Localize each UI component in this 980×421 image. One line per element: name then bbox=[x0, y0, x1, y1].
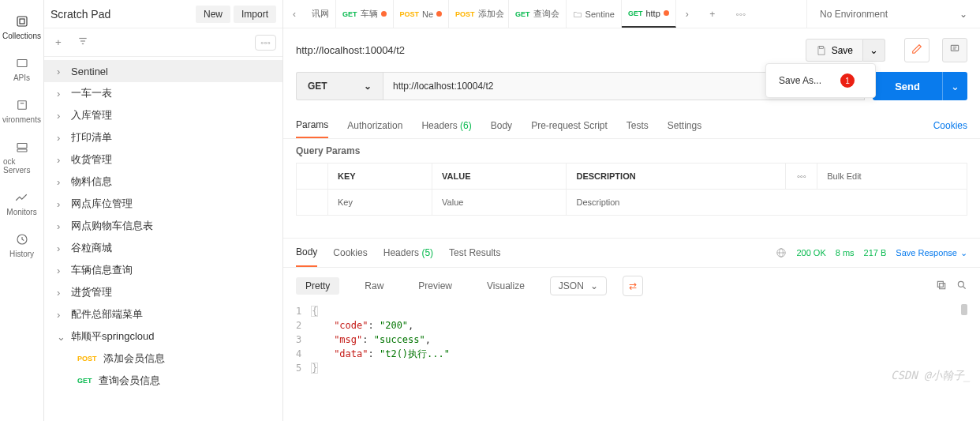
tab-item[interactable]: POSTNe bbox=[394, 0, 450, 28]
json-code[interactable]: { "code": "200", "msg": "success", "data… bbox=[311, 304, 450, 375]
tab-label: 添加会 bbox=[478, 8, 504, 20]
tree-item[interactable]: ›车辆信息查询 bbox=[44, 259, 282, 281]
tree-item[interactable]: ›收货管理 bbox=[44, 148, 282, 171]
tree-item[interactable]: ›一车一表 bbox=[44, 82, 282, 104]
tab-item[interactable]: GET查询会 bbox=[509, 0, 567, 28]
save-label: Save bbox=[832, 45, 853, 56]
tree-label: Sentinel bbox=[71, 66, 108, 77]
comment-icon bbox=[949, 43, 960, 55]
tree-label: 入库管理 bbox=[71, 108, 112, 122]
svg-point-20 bbox=[958, 281, 963, 287]
nav-label: Monitors bbox=[6, 208, 36, 216]
resp-tab-body[interactable]: Body bbox=[296, 239, 317, 267]
filter-icon[interactable] bbox=[73, 31, 93, 54]
tree-label: 添加会员信息 bbox=[103, 351, 165, 366]
tab-item[interactable]: 讯网 bbox=[305, 0, 336, 28]
status-code: 200 OK bbox=[796, 248, 825, 257]
nav-apis[interactable]: APIs bbox=[10, 48, 33, 90]
params-table: KEY VALUE DESCRIPTION ◦◦◦ Bulk Edit Key … bbox=[296, 163, 967, 216]
svg-rect-5 bbox=[17, 144, 27, 148]
nav-collections[interactable]: Collections bbox=[0, 6, 44, 48]
tab-more-icon[interactable]: ◦◦◦ bbox=[727, 9, 755, 20]
scrollbar[interactable] bbox=[961, 304, 967, 315]
add-icon[interactable]: + bbox=[50, 32, 66, 53]
resp-tab-cookies[interactable]: Cookies bbox=[333, 239, 367, 266]
tab-params[interactable]: Params bbox=[296, 113, 328, 138]
view-pretty[interactable]: Pretty bbox=[296, 277, 339, 295]
tab-body[interactable]: Body bbox=[491, 114, 512, 137]
tree-item[interactable]: ›进货管理 bbox=[44, 281, 282, 303]
save-button[interactable]: Save bbox=[806, 39, 863, 62]
view-raw[interactable]: Raw bbox=[355, 277, 393, 295]
tab-add-icon[interactable]: + bbox=[698, 9, 727, 20]
resp-tab-headers[interactable]: Headers (5) bbox=[383, 239, 433, 266]
nav-history[interactable]: History bbox=[6, 224, 37, 266]
tree-request-post[interactable]: POST添加会员信息 bbox=[44, 348, 282, 370]
body-controls: Pretty Raw Preview Visualize JSON⌄ ⇄ bbox=[283, 268, 980, 304]
tree-request-get[interactable]: GET查询会员信息 bbox=[44, 370, 282, 392]
comment-button[interactable] bbox=[942, 38, 967, 62]
import-button[interactable]: Import bbox=[234, 6, 276, 23]
tree-label: 谷粒商城 bbox=[71, 241, 112, 255]
key-placeholder[interactable]: Key bbox=[328, 190, 432, 216]
desc-placeholder[interactable]: Description bbox=[567, 190, 967, 216]
tab-prescript[interactable]: Pre-request Script bbox=[531, 114, 608, 137]
send-caret-button[interactable]: ⌄ bbox=[942, 72, 967, 100]
cookies-link[interactable]: Cookies bbox=[933, 120, 967, 131]
tab-prev-icon[interactable]: ‹ bbox=[283, 9, 305, 20]
send-button[interactable]: Send bbox=[873, 72, 942, 100]
format-select[interactable]: JSON⌄ bbox=[550, 276, 607, 295]
tab-item[interactable]: GET车辆 bbox=[336, 0, 394, 28]
tree-item[interactable]: ›谷粒商城 bbox=[44, 237, 282, 259]
new-button[interactable]: New bbox=[196, 6, 230, 23]
tab-item[interactable]: Sentine bbox=[567, 0, 622, 28]
copy-icon[interactable] bbox=[936, 280, 947, 293]
tab-item[interactable]: POST添加会 bbox=[449, 0, 509, 28]
view-visualize[interactable]: Visualize bbox=[477, 277, 534, 295]
save-caret-button[interactable]: ⌄ bbox=[863, 39, 885, 62]
tab-authorization[interactable]: Authorization bbox=[347, 114, 402, 137]
tree-item[interactable]: ›网点库位管理 bbox=[44, 193, 282, 215]
tree-item[interactable]: ›入库管理 bbox=[44, 104, 282, 126]
tab-settings[interactable]: Settings bbox=[668, 114, 701, 137]
tree-item[interactable]: ›配件总部端菜单 bbox=[44, 303, 282, 325]
tree-label: 打印清单 bbox=[71, 130, 112, 145]
resp-tab-results[interactable]: Test Results bbox=[449, 239, 500, 266]
icon-sidebar: Collections APIs vironments ock Servers … bbox=[0, 0, 44, 421]
json-key: "data" bbox=[334, 348, 368, 359]
nav-monitors[interactable]: Monitors bbox=[3, 182, 39, 224]
json-value: "200" bbox=[380, 320, 408, 331]
environment-selector[interactable]: No Environment ⌄ bbox=[806, 0, 980, 28]
tab-tests[interactable]: Tests bbox=[627, 114, 649, 137]
view-preview[interactable]: Preview bbox=[409, 277, 462, 295]
response-section: Body Cookies Headers (5) Test Results 20… bbox=[283, 238, 980, 388]
nav-mock-servers[interactable]: ock Servers bbox=[0, 132, 43, 182]
tab-next-icon[interactable]: › bbox=[676, 9, 698, 20]
method-select[interactable]: GET ⌄ bbox=[296, 72, 383, 100]
tree-item[interactable]: ›物料信息 bbox=[44, 171, 282, 193]
tab-headers[interactable]: Headers (6) bbox=[421, 114, 471, 137]
col-value: VALUE bbox=[432, 164, 567, 190]
svg-rect-12 bbox=[951, 45, 958, 51]
more-icon[interactable]: ◦◦◦ bbox=[786, 164, 817, 190]
bulk-edit-button[interactable]: Bulk Edit bbox=[817, 164, 967, 190]
value-placeholder[interactable]: Value bbox=[432, 190, 567, 216]
wrap-lines-icon[interactable]: ⇄ bbox=[623, 276, 643, 296]
format-label: JSON bbox=[559, 280, 584, 291]
tab-label: Sentine bbox=[585, 9, 615, 19]
search-icon[interactable] bbox=[956, 280, 967, 293]
save-response-button[interactable]: Save Response ⌄ bbox=[896, 248, 967, 258]
tree-item[interactable]: ›网点购物车信息表 bbox=[44, 215, 282, 237]
nav-environments[interactable]: vironments bbox=[0, 90, 44, 132]
tab-item-active[interactable]: GEThttp bbox=[622, 0, 676, 28]
more-options-icon[interactable]: ◦◦◦ bbox=[255, 35, 276, 51]
tab-label: Headers bbox=[421, 120, 457, 131]
tree-item-springcloud[interactable]: ⌄韩顺平springcloud bbox=[44, 325, 282, 348]
save-dropdown[interactable]: Save As... 1 bbox=[765, 63, 876, 98]
tree-item[interactable]: ›打印清单 bbox=[44, 126, 282, 148]
tree-item-sentinel[interactable]: ›Sentinel bbox=[44, 60, 282, 82]
edit-button[interactable] bbox=[904, 38, 930, 62]
filter-input[interactable] bbox=[99, 34, 249, 51]
request-title: http://localhost:10004/t2 bbox=[296, 44, 796, 56]
params-row[interactable]: Key Value Description bbox=[297, 190, 967, 216]
